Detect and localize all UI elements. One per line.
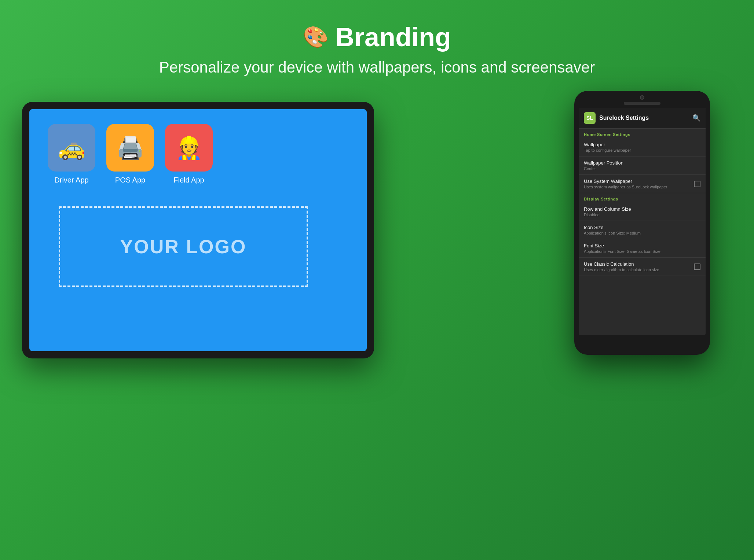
pos-app-icon: 🖨️: [106, 124, 154, 172]
tablet-device: 🚕 Driver App 🖨️ POS App 👷 Field App YOUR…: [22, 102, 374, 358]
wallpaper-title: Wallpaper: [584, 142, 700, 147]
field-app-icon: 👷: [165, 124, 213, 172]
use-system-wallpaper-text: Use System Wallpaper Uses system wallpap…: [584, 178, 667, 189]
font-size-title: Font Size: [584, 243, 700, 248]
use-system-wallpaper-subtitle: Uses system wallpaper as SureLock wallpa…: [584, 185, 667, 189]
row-column-size-title: Row and Column Size: [584, 206, 700, 212]
classic-calculation-item[interactable]: Use Classic Calculation Uses older algor…: [579, 258, 706, 276]
classic-calculation-title: Use Classic Calculation: [584, 261, 659, 267]
phone-camera: [640, 95, 644, 100]
pos-app-item[interactable]: 🖨️ POS App: [106, 124, 154, 184]
page-header: 🎨 Branding Personalize your device with …: [0, 0, 754, 91]
driver-app-icon: 🚕: [48, 124, 95, 172]
branding-icon: 🎨: [303, 25, 329, 49]
driver-app-item[interactable]: 🚕 Driver App: [48, 124, 95, 184]
wallpaper-position-subtitle: Center: [584, 166, 700, 171]
wallpaper-subtitle: Tap to configure wallpaper: [584, 148, 700, 152]
classic-calculation-checkbox[interactable]: [694, 264, 700, 270]
font-size-subtitle: Application's Font Size: Same as Icon Si…: [584, 249, 700, 254]
use-system-wallpaper-checkbox[interactable]: [694, 181, 700, 187]
driver-app-label: Driver App: [54, 176, 88, 184]
font-size-item[interactable]: Font Size Application's Font Size: Same …: [579, 239, 706, 258]
wallpaper-position-title: Wallpaper Position: [584, 160, 700, 166]
surelock-logo: SL: [584, 112, 596, 124]
use-system-wallpaper-item[interactable]: Use System Wallpaper Uses system wallpap…: [579, 175, 706, 193]
wallpaper-item[interactable]: Wallpaper Tap to configure wallpaper: [579, 138, 706, 156]
icon-size-item[interactable]: Icon Size Application's Icon Size: Mediu…: [579, 221, 706, 239]
app-icons-row: 🚕 Driver App 🖨️ POS App 👷 Field App: [48, 124, 213, 184]
page-title: Branding: [335, 22, 451, 52]
title-row: 🎨 Branding: [7, 22, 747, 52]
phone-device: SL Surelock Settings 🔍 Home Screen Setti…: [574, 91, 710, 355]
settings-header: SL Surelock Settings 🔍: [579, 108, 706, 129]
field-app-label: Field App: [173, 176, 204, 184]
logo-placeholder: YOUR LOGO: [59, 206, 308, 287]
phone-screen: SL Surelock Settings 🔍 Home Screen Setti…: [579, 108, 706, 335]
icon-size-subtitle: Application's Icon Size: Medium: [584, 231, 700, 235]
phone-speaker: [624, 102, 660, 105]
pos-app-label: POS App: [115, 176, 145, 184]
field-app-item[interactable]: 👷 Field App: [165, 124, 213, 184]
wallpaper-position-item[interactable]: Wallpaper Position Center: [579, 156, 706, 175]
settings-body[interactable]: Home Screen Settings Wallpaper Tap to co…: [579, 129, 706, 335]
page-subtitle: Personalize your device with wallpapers,…: [7, 59, 747, 76]
icon-size-title: Icon Size: [584, 225, 700, 230]
section-home-screen: Home Screen Settings: [579, 129, 706, 138]
section-display-settings: Display Settings: [579, 193, 706, 203]
tablet-screen: 🚕 Driver App 🖨️ POS App 👷 Field App YOUR…: [29, 109, 367, 351]
search-icon[interactable]: 🔍: [692, 114, 700, 122]
row-column-size-item[interactable]: Row and Column Size Disabled: [579, 203, 706, 221]
settings-title: Surelock Settings: [599, 115, 689, 121]
devices-container: 🚕 Driver App 🖨️ POS App 👷 Field App YOUR…: [0, 91, 754, 512]
classic-calculation-subtitle: Uses older algorithm to calculate icon s…: [584, 268, 659, 272]
use-system-wallpaper-title: Use System Wallpaper: [584, 178, 667, 184]
row-column-size-subtitle: Disabled: [584, 213, 700, 217]
classic-calculation-text: Use Classic Calculation Uses older algor…: [584, 261, 659, 272]
logo-placeholder-text: YOUR LOGO: [120, 236, 247, 258]
